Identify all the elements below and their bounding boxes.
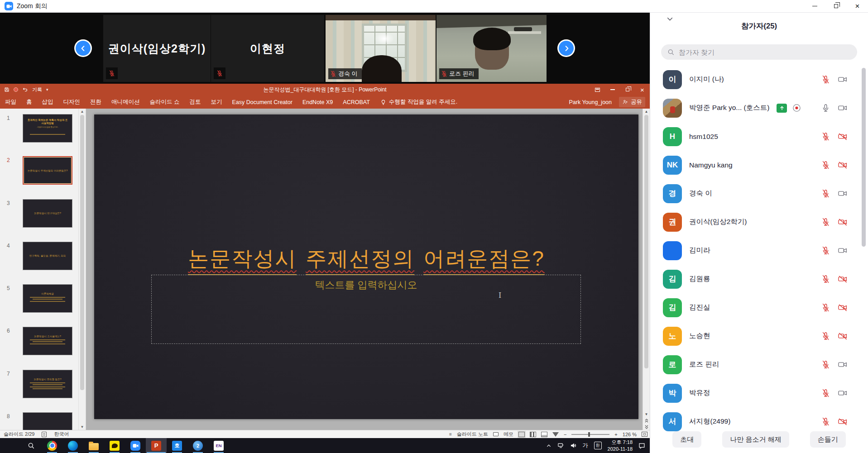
muted-mic-icon[interactable] bbox=[821, 389, 830, 397]
participant-row[interactable]: 로로즈 핀리 bbox=[650, 350, 868, 379]
invite-button[interactable]: 초대 bbox=[672, 431, 701, 448]
camera-off-icon[interactable] bbox=[838, 161, 848, 169]
share-button[interactable]: 공유 bbox=[619, 97, 645, 107]
participant-row[interactable]: 경경숙 이 bbox=[650, 179, 868, 208]
muted-mic-icon[interactable] bbox=[821, 189, 830, 198]
camera-off-icon[interactable] bbox=[838, 275, 848, 283]
slide-sorter-view-icon[interactable] bbox=[530, 432, 536, 437]
qat-record-label[interactable]: 기록 bbox=[32, 86, 42, 93]
muted-mic-icon[interactable] bbox=[821, 218, 830, 226]
ribbon-tab-7[interactable]: 검토 bbox=[184, 95, 206, 109]
ribbon-tab-10[interactable]: EndNote X9 bbox=[297, 95, 338, 109]
fit-slide-to-window-icon[interactable] bbox=[642, 432, 647, 437]
qat-customize-icon[interactable]: ▾ bbox=[46, 87, 48, 92]
network-icon[interactable] bbox=[557, 443, 564, 448]
participant-row[interactable]: 김미라 bbox=[650, 236, 868, 265]
participant-row[interactable]: 권권이삭(임상2학기) bbox=[650, 208, 868, 236]
ribbon-tab-8[interactable]: 보기 bbox=[206, 95, 227, 109]
reading-view-icon[interactable] bbox=[541, 432, 547, 437]
participant-row[interactable]: 박영준 Park yo... (호스트) bbox=[650, 94, 868, 122]
search-input[interactable] bbox=[679, 48, 851, 56]
ribbon-tab-file[interactable]: 파일 bbox=[0, 95, 21, 109]
participant-row[interactable]: Hhsm1025 bbox=[650, 122, 868, 151]
taskbar-zoom-icon[interactable] bbox=[125, 438, 146, 453]
muted-mic-icon[interactable] bbox=[821, 332, 830, 340]
action-center-icon[interactable] bbox=[638, 443, 645, 449]
muted-mic-icon[interactable] bbox=[821, 246, 830, 255]
previous-videos-arrow-icon[interactable] bbox=[76, 41, 91, 56]
mic-icon[interactable] bbox=[821, 104, 830, 112]
memo-toggle[interactable]: 메모 bbox=[504, 431, 513, 438]
next-slide-icon[interactable] bbox=[644, 425, 649, 429]
account-name[interactable]: Park Young_joon bbox=[569, 99, 612, 105]
ime-icon[interactable]: 한 bbox=[594, 442, 602, 449]
taskbar-powerpoint-icon[interactable]: P bbox=[146, 438, 167, 453]
participant-row[interactable]: NKNamgyu kang bbox=[650, 151, 868, 179]
participant-row[interactable]: 김김진실 bbox=[650, 293, 868, 322]
slide-text-placeholder[interactable]: 텍스트를 입력하십시오 bbox=[151, 275, 581, 344]
save-icon[interactable] bbox=[4, 87, 10, 92]
participant-video-tile[interactable]: 로즈 핀리 bbox=[436, 15, 547, 82]
raise-hand-button[interactable]: 손들기 bbox=[810, 431, 846, 448]
zoom-in-icon[interactable]: + bbox=[614, 432, 617, 437]
participants-scrollbar[interactable] bbox=[862, 68, 866, 247]
muted-mic-icon[interactable] bbox=[821, 417, 830, 426]
taskbar-hancom-hwp-icon[interactable]: 호 bbox=[167, 438, 187, 453]
camera-icon[interactable] bbox=[838, 246, 848, 255]
camera-icon[interactable] bbox=[838, 75, 848, 84]
ribbon-tab-11[interactable]: ACROBAT bbox=[338, 95, 375, 109]
slideshow-view-icon[interactable] bbox=[552, 432, 559, 437]
close-button[interactable]: × bbox=[847, 0, 868, 12]
muted-mic-icon[interactable] bbox=[821, 75, 830, 84]
slide-counter[interactable]: 슬라이드 2/29 bbox=[4, 431, 34, 438]
taskbar-file-explorer-icon[interactable] bbox=[83, 438, 104, 453]
muted-mic-icon[interactable] bbox=[821, 303, 830, 312]
camera-off-icon[interactable] bbox=[838, 218, 848, 226]
camera-off-icon[interactable] bbox=[838, 417, 848, 426]
previous-slide-icon[interactable] bbox=[644, 419, 649, 423]
muted-mic-icon[interactable] bbox=[821, 132, 830, 141]
ribbon-tab-4[interactable]: 전환 bbox=[85, 95, 106, 109]
taskbar-blue-globe-app-icon[interactable]: 2 bbox=[187, 438, 208, 453]
scroll-down-icon[interactable]: ▼ bbox=[79, 425, 86, 429]
unmute-myself-button[interactable]: 나만 음소거 해제 bbox=[722, 431, 789, 448]
participant-row[interactable]: 이이지미 (나) bbox=[650, 65, 868, 94]
muted-mic-icon[interactable] bbox=[821, 161, 830, 169]
participant-name-tile[interactable]: 권이삭(임상2학기) bbox=[103, 15, 211, 82]
ribbon-tab-2[interactable]: 삽입 bbox=[37, 95, 58, 109]
taskbar-chrome-icon[interactable] bbox=[42, 438, 62, 453]
ribbon-tab-3[interactable]: 디자인 bbox=[58, 95, 86, 109]
taskbar-edge-icon[interactable] bbox=[62, 438, 83, 453]
camera-icon[interactable] bbox=[838, 104, 848, 112]
camera-icon[interactable] bbox=[838, 360, 848, 369]
zoom-percentage[interactable]: 126 % bbox=[623, 432, 637, 437]
ribbon-tab-1[interactable]: 홈 bbox=[21, 95, 37, 109]
current-slide[interactable]: 논문작성시주제선정의어려운점은? 텍스트를 입력하십시오 I bbox=[94, 114, 638, 419]
ribbon-display-options-icon[interactable] bbox=[590, 84, 605, 95]
taskbar-kakaotalk-icon[interactable] bbox=[104, 438, 125, 453]
proofing-status-icon[interactable] bbox=[42, 432, 47, 437]
participant-row[interactable]: 김김원룡 bbox=[650, 265, 868, 293]
participant-row[interactable]: 노노승현 bbox=[650, 322, 868, 350]
participant-row[interactable]: 박박유정 bbox=[650, 379, 868, 407]
ime-mode-indicator[interactable]: 가 bbox=[583, 442, 588, 449]
notes-toggle[interactable]: 슬라이드 노트 bbox=[457, 431, 488, 438]
language-status[interactable]: 한국어 bbox=[54, 431, 69, 438]
zoom-out-icon[interactable]: − bbox=[564, 432, 566, 437]
taskbar-search-icon[interactable] bbox=[21, 438, 42, 453]
ribbon-tab-9[interactable]: Easy Document Creator bbox=[227, 95, 297, 109]
camera-icon[interactable] bbox=[838, 189, 848, 198]
hidden-icons-chevron-icon[interactable] bbox=[546, 443, 551, 448]
volume-icon[interactable] bbox=[570, 443, 577, 448]
scroll-up-icon[interactable]: ▲ bbox=[79, 110, 86, 114]
camera-icon[interactable] bbox=[838, 389, 848, 397]
thumbnail-scrollbar[interactable]: ▲ ▼ bbox=[78, 109, 86, 430]
scroll-up-icon[interactable]: ▲ bbox=[643, 110, 650, 114]
taskbar-start-icon[interactable] bbox=[0, 438, 21, 453]
normal-view-icon[interactable] bbox=[518, 432, 525, 437]
ribbon-tab-6[interactable]: 슬라이드 쇼 bbox=[145, 95, 185, 109]
ppt-restore-button[interactable] bbox=[620, 84, 635, 95]
minimize-button[interactable] bbox=[804, 0, 825, 12]
camera-off-icon[interactable] bbox=[838, 303, 848, 312]
muted-mic-icon[interactable] bbox=[821, 360, 830, 369]
